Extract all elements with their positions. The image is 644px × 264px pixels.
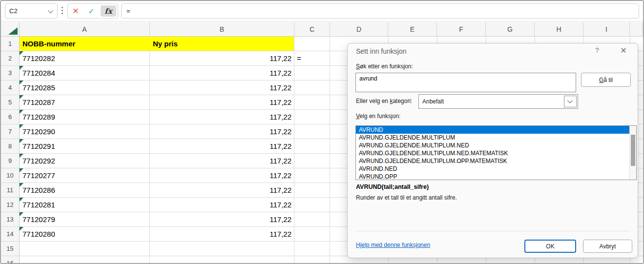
cell-nobb[interactable]: 77120284: [20, 66, 150, 80]
cell-nobb[interactable]: 77120287: [20, 95, 150, 109]
cell-pris[interactable]: 117,22: [150, 95, 294, 109]
cell-pris[interactable]: 117,22: [150, 51, 294, 65]
cell-pris[interactable]: 117,22: [150, 154, 294, 168]
row-number[interactable]: 3: [1, 66, 20, 80]
function-list-item[interactable]: AVRUND.OPP: [356, 173, 636, 180]
cell-pris[interactable]: 117,22: [150, 198, 294, 212]
cell-nobb[interactable]: 77120291: [20, 139, 150, 153]
cell-nobb[interactable]: 77120281: [20, 198, 150, 212]
go-to-button[interactable]: Gå til: [581, 73, 631, 87]
cell-nobb[interactable]: 77120282: [20, 51, 150, 65]
function-list-item[interactable]: AVRUND.GJELDENDE.MULTIPLUM.NED: [356, 142, 636, 149]
cell-pris[interactable]: 117,22: [150, 212, 294, 226]
cell-c[interactable]: [294, 168, 330, 183]
row-number[interactable]: 4: [1, 81, 20, 95]
chevron-down-icon[interactable]: [48, 7, 53, 13]
formula-input[interactable]: =: [121, 3, 639, 19]
separator-dots-icon: [62, 7, 63, 14]
row-number[interactable]: 12: [1, 198, 20, 212]
cancel-entry-button[interactable]: ✕: [68, 4, 83, 18]
insert-function-button[interactable]: fx: [101, 5, 116, 17]
row-number[interactable]: 10: [1, 168, 20, 183]
column-header-a[interactable]: A: [20, 22, 150, 36]
cell-nobb[interactable]: [20, 242, 150, 256]
column-header-f[interactable]: F: [437, 22, 486, 36]
function-list-item-selected[interactable]: AVRUND: [356, 126, 636, 134]
cell-c[interactable]: [294, 139, 330, 153]
row-number[interactable]: 13: [1, 212, 20, 226]
cell-a1[interactable]: NOBB-nummer: [20, 37, 150, 51]
column-header-d[interactable]: D: [330, 22, 388, 36]
name-box[interactable]: C2: [5, 3, 58, 19]
cell-pris[interactable]: 117,22: [150, 81, 294, 95]
scrollbar-thumb[interactable]: [631, 135, 635, 166]
cell-text: 77120279: [22, 215, 55, 223]
search-function-input[interactable]: avrund: [355, 73, 576, 92]
column-header-e[interactable]: E: [388, 22, 437, 36]
cell-c[interactable]: [294, 242, 330, 256]
column-header-i[interactable]: I: [583, 22, 630, 36]
cell-pris[interactable]: [150, 242, 294, 256]
row-number[interactable]: 2: [1, 51, 20, 65]
cell-nobb[interactable]: 77120279: [20, 212, 150, 226]
cell-b1[interactable]: Ny pris: [150, 37, 294, 51]
row-number[interactable]: 5: [1, 95, 20, 109]
function-list-item[interactable]: AVRUND.GJELDENDE.MULTIPLUM.NED.MATEMATIS…: [356, 149, 636, 157]
column-header-g[interactable]: G: [486, 22, 535, 36]
cancel-button[interactable]: Avbryt: [583, 240, 632, 253]
cell-nobb[interactable]: 77120277: [20, 168, 150, 183]
dialog-help-button[interactable]: ?: [591, 46, 603, 57]
row-number[interactable]: 1: [1, 37, 20, 51]
cell-nobb[interactable]: 77120289: [20, 110, 150, 124]
ok-button[interactable]: OK: [524, 240, 576, 253]
column-header-b[interactable]: B: [150, 22, 294, 36]
column-header-c[interactable]: C: [294, 22, 330, 36]
close-icon[interactable]: ✕: [616, 46, 631, 57]
cell-pris[interactable]: 117,22: [150, 183, 294, 197]
function-list-item[interactable]: AVRUND.GJELDENDE.MULTIPLUM: [356, 134, 636, 142]
row-number[interactable]: 14: [1, 227, 20, 241]
cell-c[interactable]: [294, 124, 330, 139]
select-all-button[interactable]: [1, 22, 20, 36]
cell-c[interactable]: [294, 256, 330, 263]
cell-pris[interactable]: 117,22: [150, 124, 294, 139]
cell-c[interactable]: [294, 227, 330, 241]
cell-c1[interactable]: [294, 37, 330, 51]
cell-pris[interactable]: 117,22: [150, 110, 294, 124]
cell-pris[interactable]: 117,22: [150, 139, 294, 153]
category-dropdown[interactable]: Anbefalt: [418, 94, 578, 109]
function-list-item[interactable]: AVRUND.NED: [356, 165, 636, 173]
cell-pris[interactable]: 117,22: [150, 227, 294, 241]
cell-c[interactable]: [294, 183, 330, 197]
function-help-link[interactable]: Hjelp med denne funksjonen: [356, 242, 430, 248]
row-number[interactable]: 8: [1, 139, 20, 153]
cell-pris[interactable]: 117,22: [150, 66, 294, 80]
confirm-entry-button[interactable]: ✓: [83, 4, 99, 18]
cell-c[interactable]: [294, 81, 330, 95]
cell-pris[interactable]: 117,22: [150, 168, 294, 183]
cell-c[interactable]: [294, 198, 330, 212]
column-header-h[interactable]: H: [535, 22, 583, 36]
cell-nobb[interactable]: 77120290: [20, 124, 150, 139]
list-scrollbar[interactable]: [629, 126, 636, 180]
cell-nobb[interactable]: [20, 256, 150, 263]
cell-nobb[interactable]: 77120286: [20, 183, 150, 197]
row-number[interactable]: 11: [1, 183, 20, 197]
cell-c[interactable]: [294, 110, 330, 124]
cell-pris[interactable]: [150, 256, 294, 263]
row-number[interactable]: 9: [1, 154, 20, 168]
dropdown-button[interactable]: [564, 96, 577, 107]
cell-nobb[interactable]: 77120285: [20, 81, 150, 95]
row-number[interactable]: 7: [1, 124, 20, 139]
cell-c[interactable]: [294, 154, 330, 168]
row-number[interactable]: 6: [1, 110, 20, 124]
row-number[interactable]: 15: [1, 242, 20, 256]
cell-c[interactable]: [294, 66, 330, 80]
function-list-item[interactable]: AVRUND.GJELDENDE.MULTIPLUM.OPP.MATEMATIS…: [356, 157, 636, 165]
cell-c[interactable]: [294, 95, 330, 109]
row-number[interactable]: 16: [1, 256, 20, 263]
active-cell-c2[interactable]: =: [294, 51, 330, 65]
cell-nobb[interactable]: 77120280: [20, 227, 150, 241]
cell-nobb[interactable]: 77120292: [20, 154, 150, 168]
cell-c[interactable]: [294, 212, 330, 226]
